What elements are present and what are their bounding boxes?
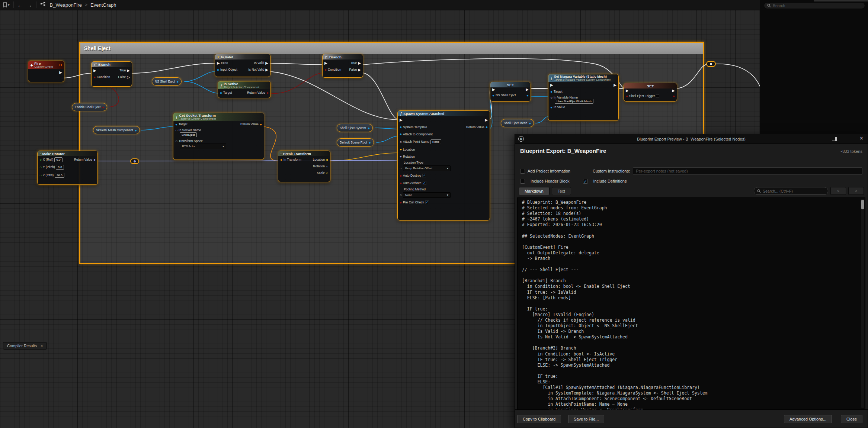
comment-title[interactable]: Shell Eject xyxy=(80,43,703,54)
node-is-active[interactable]: ƒ Is Active Target is Actor Component ●T… xyxy=(218,81,271,98)
variable-pill-enable-shell-eject[interactable]: Enable Shell Eject ● xyxy=(72,103,107,111)
variable-pill-ns-shell-eject[interactable]: NS Shell Eject ● xyxy=(152,77,182,86)
exec-out-pin[interactable]: ▶ xyxy=(59,71,62,74)
attach-point-name-field[interactable]: None xyxy=(430,139,441,144)
is-not-valid-exec-pin[interactable]: ▶ xyxy=(265,68,268,71)
output-pin[interactable]: ● xyxy=(529,122,531,125)
variable-out-pin[interactable]: ● xyxy=(673,94,675,98)
scale-pin[interactable]: ○ xyxy=(326,171,328,175)
y-pitch-field[interactable]: 0.0 xyxy=(56,165,64,170)
node-branch-1[interactable]: Branch ▶ True▶ ●Condition False▷ xyxy=(91,61,132,87)
variable-in-pin[interactable]: ● xyxy=(626,94,628,98)
export-search[interactable] xyxy=(754,187,828,195)
dialog-titlebar[interactable]: u Blueprint Export Preview - B_WeaponFir… xyxy=(515,134,868,144)
variable-out-pin[interactable]: ● xyxy=(526,94,529,97)
node-spawn-system-attached[interactable]: ƒ Spawn System Attached ▶ ▶ ●System Temp… xyxy=(397,110,490,221)
return-value-pin[interactable]: ● xyxy=(266,91,269,94)
variable-in-pin[interactable]: ● xyxy=(492,94,494,97)
auto-destroy-pin[interactable]: ● xyxy=(400,174,402,177)
socket-name-field[interactable]: ShellEject xyxy=(180,132,197,137)
output-pin[interactable]: ● xyxy=(176,80,179,83)
output-pin[interactable]: ● xyxy=(369,141,371,144)
dock-panel-icon[interactable] xyxy=(832,137,837,141)
variable-pill-skeletal-mesh-component[interactable]: Skeletal Mesh Component ● xyxy=(93,126,140,134)
node-break-transform[interactable]: ▪ Break Transform ●In Transform Location… xyxy=(278,151,330,182)
reroute-pin[interactable] xyxy=(710,63,712,65)
tab-markdown[interactable]: Markdown xyxy=(519,187,550,195)
node-fire-event[interactable]: ◆ Fire Custom Event ▶ xyxy=(28,61,64,82)
auto-activate-pin[interactable]: ● xyxy=(400,181,402,185)
x-roll-pin[interactable]: ○ xyxy=(39,158,42,161)
variable-pill-default-scene-root[interactable]: Default Scene Root ● xyxy=(337,138,374,147)
return-value-pin[interactable]: ● xyxy=(486,125,488,129)
in-transform-pin[interactable]: ● xyxy=(280,158,282,161)
node-make-rotator[interactable]: ▪ Make Rotator ○X (Roll)0.0 Return Value… xyxy=(37,151,98,185)
output-pin[interactable]: ● xyxy=(135,129,137,132)
location-pin[interactable]: ● xyxy=(400,148,402,151)
exec-out-pin[interactable]: ▶ xyxy=(672,89,675,92)
target-pin[interactable]: ● xyxy=(550,90,552,93)
in-variable-name-pin[interactable]: ○ xyxy=(550,96,552,99)
false-exec-pin[interactable]: ▶ xyxy=(358,68,361,71)
system-template-pin[interactable]: ● xyxy=(400,125,402,129)
true-exec-pin[interactable]: ▶ xyxy=(358,61,361,65)
true-exec-pin[interactable]: ▶ xyxy=(127,69,130,72)
transform-space-dropdown[interactable]: RTS Actor ▾ xyxy=(180,144,226,149)
variable-pill-shell-eject-mesh[interactable]: Shell Eject Mesh ● xyxy=(501,119,534,127)
pooling-method-dropdown[interactable]: None▾ xyxy=(403,192,451,198)
exec-in-pin[interactable]: ▶ xyxy=(626,89,629,92)
node-is-valid[interactable]: ? Is Valid ▶Exec Is Valid▶ ●Input Object… xyxy=(215,54,270,77)
back-button[interactable]: ← xyxy=(17,2,23,8)
condition-pin[interactable]: ● xyxy=(324,68,327,71)
z-yaw-field[interactable]: 90.0 xyxy=(55,173,64,178)
auto-destroy-checkbox[interactable]: ✓ xyxy=(422,174,426,177)
location-type-dropdown[interactable]: Keep Relative Offset▾ xyxy=(403,165,451,171)
forward-button[interactable]: → xyxy=(27,2,32,8)
custom-instructions-input[interactable] xyxy=(633,167,862,175)
close-icon[interactable]: × xyxy=(41,344,43,348)
reroute-pin[interactable] xyxy=(134,160,136,162)
rotation-pin[interactable]: ● xyxy=(400,155,402,158)
socket-name-pin[interactable]: ○ xyxy=(175,129,177,132)
close-icon[interactable]: × xyxy=(860,135,863,142)
reroute-node[interactable] xyxy=(706,61,716,67)
pre-cull-check-checkbox[interactable]: ✓ xyxy=(425,200,429,204)
reroute-node[interactable] xyxy=(130,158,139,164)
exec-in-pin[interactable]: ▶ xyxy=(217,61,220,65)
copy-to-clipboard-button[interactable]: Copy to Clipboard xyxy=(517,415,561,423)
bool-value-checkbox[interactable] xyxy=(656,94,659,98)
location-pin[interactable]: ● xyxy=(326,158,328,161)
condition-pin[interactable]: ● xyxy=(93,75,96,79)
add-project-information-checkbox[interactable] xyxy=(520,169,525,174)
node-set-shell-eject-trigger[interactable]: SET ▶ ▶ ●Shell Eject Trigger ● xyxy=(624,83,677,102)
delegate-pin[interactable] xyxy=(60,64,62,66)
false-exec-pin[interactable]: ▷ xyxy=(127,75,130,79)
exec-in-pin[interactable]: ▶ xyxy=(550,83,553,87)
return-value-pin[interactable]: ● xyxy=(260,123,262,126)
variable-pill-shell-eject-system[interactable]: Shell Eject System ● xyxy=(337,124,373,132)
exec-in-pin[interactable]: ▶ xyxy=(93,69,96,72)
pooling-method-pin[interactable]: ○ xyxy=(400,193,402,197)
advanced-options-button[interactable]: Advanced Options... xyxy=(784,415,832,423)
transform-space-pin[interactable]: ○ xyxy=(175,139,177,143)
return-value-pin[interactable]: ● xyxy=(93,158,96,161)
compiler-results-tab[interactable]: Compiler Results × xyxy=(3,342,47,350)
scrollbar-thumb[interactable] xyxy=(861,200,864,209)
input-object-pin[interactable]: ● xyxy=(217,68,219,71)
exec-in-pin[interactable]: ▶ xyxy=(400,118,403,122)
y-pitch-pin[interactable]: ○ xyxy=(39,165,42,169)
attach-to-component-pin[interactable]: ● xyxy=(400,132,402,136)
pre-cull-check-pin[interactable]: ● xyxy=(400,201,402,204)
close-button[interactable]: Close xyxy=(841,415,862,423)
export-search-input[interactable] xyxy=(763,189,825,193)
search-prev-button[interactable]: < xyxy=(830,187,846,195)
breadcrumb-blueprint[interactable]: B_WeaponFire xyxy=(50,2,82,8)
search-input[interactable] xyxy=(773,3,862,8)
rotation-pin[interactable]: ○ xyxy=(326,165,328,168)
node-set-niagara-variable[interactable]: ƒ Set Niagara Variable (Static Mesh) Tar… xyxy=(548,74,619,121)
breadcrumb-graph[interactable]: EventGraph xyxy=(90,2,116,8)
node-set-ns-shell-eject[interactable]: SET ▶ ▶ ●NS Shell Eject ● xyxy=(490,82,531,102)
node-branch-2[interactable]: Branch ▶ True▶ ●Condition False▶ xyxy=(322,54,363,78)
variable-name-field[interactable]: User.ShellEjectStaticMesh xyxy=(555,99,593,104)
in-value-pin[interactable]: ● xyxy=(550,106,552,109)
